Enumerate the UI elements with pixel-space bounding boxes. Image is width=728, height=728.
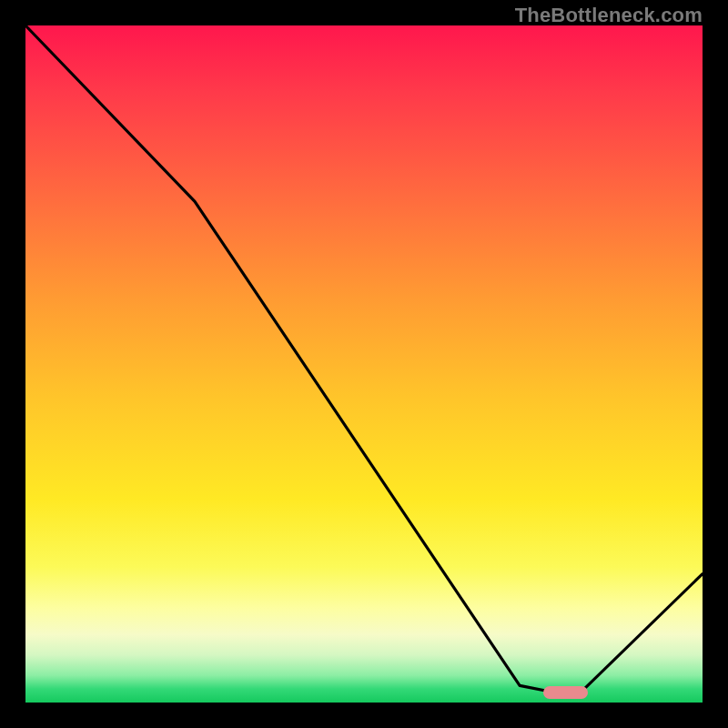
watermark-text: TheBottleneck.com <box>515 4 703 27</box>
bottleneck-curve <box>25 25 703 693</box>
plot-area <box>25 25 703 703</box>
optimal-range-marker <box>543 686 587 699</box>
chart-frame: TheBottleneck.com <box>0 0 728 728</box>
curve-svg <box>25 25 703 703</box>
